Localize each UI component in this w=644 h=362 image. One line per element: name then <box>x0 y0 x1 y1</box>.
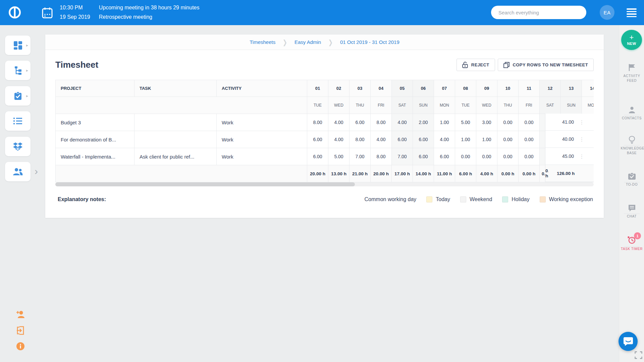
hours-cell[interactable]: 6.00 <box>392 131 413 148</box>
search-input[interactable] <box>491 6 586 19</box>
task-cell[interactable] <box>135 114 217 131</box>
activity-cell[interactable]: Work <box>217 131 307 148</box>
fullscreen-icon[interactable] <box>635 351 642 359</box>
expand-arrow-icon[interactable]: ▸ <box>26 94 28 98</box>
hours-cell[interactable]: 1.00 <box>476 131 497 148</box>
day-column-header: 07 <box>434 80 455 97</box>
hours-cell[interactable]: 0.00 <box>497 131 519 148</box>
unlock-icon <box>462 62 468 68</box>
hours-cell[interactable]: 4.00 <box>392 114 413 131</box>
hours-cell[interactable]: 1.00 <box>455 131 476 148</box>
hours-cell[interactable]: 0.00 <box>519 114 540 131</box>
hours-cell[interactable]: 6.00 <box>307 148 328 165</box>
sidebar-item-dropbox[interactable] <box>5 137 31 156</box>
hours-cell[interactable]: 0.00 <box>455 148 476 165</box>
hours-cell[interactable]: 6.00 <box>350 114 371 131</box>
row-menu-icon[interactable]: ⋮ <box>579 120 584 125</box>
hours-cell[interactable]: 0.00 <box>519 148 540 165</box>
hours-cell[interactable]: 8.00 <box>371 114 392 131</box>
activity-cell[interactable]: Work <box>217 148 307 165</box>
scrollbar-thumb[interactable] <box>55 182 355 186</box>
hours-cell[interactable]: 7.00 <box>350 148 371 165</box>
breadcrumb-link-timesheets[interactable]: Timesheets <box>250 39 275 45</box>
row-menu-icon[interactable]: ⋮ <box>579 137 584 142</box>
reject-button[interactable]: REJECT <box>457 59 495 71</box>
hours-cell[interactable]: 4.00 <box>371 131 392 148</box>
top-bar: 10:30 PM 19 Sep 2019 Upcoming meeting in… <box>0 0 644 25</box>
sidebar-item-users[interactable] <box>5 162 31 181</box>
day-name-header: THU <box>350 97 371 114</box>
hours-cell[interactable]: 1.00 <box>434 114 455 131</box>
hours-cell[interactable]: 5.00 <box>455 114 476 131</box>
hours-cell[interactable]: 4.00 <box>434 131 455 148</box>
sidebar-item-label: TASK TIMER <box>621 247 643 251</box>
logout-icon[interactable] <box>16 326 25 335</box>
sidebar-item-knowledge-base[interactable]: KNOWLEDGE BASE <box>619 136 644 156</box>
project-cell[interactable]: Budget 3 <box>56 114 135 131</box>
users-icon <box>13 168 23 176</box>
user-avatar[interactable]: EA <box>600 5 614 20</box>
chat-launcher-button[interactable] <box>619 332 638 351</box>
hours-cell[interactable]: 8.00 <box>371 148 392 165</box>
row-menu-icon[interactable]: ⋮ <box>579 154 584 159</box>
info-icon[interactable] <box>16 342 25 351</box>
breadcrumb-link-user[interactable]: Easy Admin <box>294 39 321 45</box>
row-total: 40.00⋮ <box>545 131 594 148</box>
expand-arrow-icon[interactable]: ▸ <box>26 68 28 73</box>
hours-cell[interactable]: 0.00 <box>519 131 540 148</box>
day-name-spacer <box>56 97 307 114</box>
sidebar-item-activity-feed[interactable]: ACTIVITY FEED <box>619 64 644 83</box>
hours-cell[interactable]: 6.00 <box>434 148 455 165</box>
task-cell[interactable]: Ask client for public ref... <box>135 148 217 165</box>
sidebar-item-task-timer[interactable]: 1 TASK TIMER <box>619 236 644 251</box>
hours-cell[interactable]: 6.00 <box>413 131 434 148</box>
hours-cell[interactable]: 3.00 <box>476 114 497 131</box>
column-header-project: PROJECT <box>56 80 135 97</box>
sidebar-expand-chevron-icon[interactable]: › <box>35 166 38 176</box>
sidebar-item-projects[interactable]: ▸ <box>5 61 31 80</box>
sidebar-item-tasks[interactable]: ▸ <box>5 86 31 106</box>
sidebar-item-chat[interactable]: CHAT <box>619 204 644 219</box>
legend-item: Common working day <box>365 196 417 202</box>
hours-cell[interactable]: 5.00 <box>328 148 350 165</box>
day-name-header: SAT <box>540 97 561 114</box>
hours-cell[interactable]: 7.00 <box>392 148 413 165</box>
activity-cell[interactable]: Work <box>217 114 307 131</box>
day-column-header: 05 <box>392 80 413 97</box>
timesheet-table: PROJECTTASKACTIVITY010203040506070809101… <box>55 80 594 186</box>
sidebar-item-list[interactable] <box>5 111 31 131</box>
breadcrumb-link-period[interactable]: 01 Oct 2019 - 31 Oct 2019 <box>340 39 399 45</box>
meeting-banner[interactable]: 10:30 PM 19 Sep 2019 Upcoming meeting in… <box>60 4 199 21</box>
sidebar-item-contacts[interactable]: CONTACTS <box>619 106 644 121</box>
hours-cell[interactable]: 4.00 <box>328 131 350 148</box>
copy-icon <box>503 62 509 68</box>
sidebar-item-label: ACTIVITY FEED <box>621 74 643 83</box>
hours-cell[interactable]: 0.00 <box>497 114 519 131</box>
hours-cell[interactable]: 6.00 <box>307 131 328 148</box>
sidebar-item-dashboard[interactable]: ▸ <box>5 36 31 55</box>
copy-rows-button[interactable]: COPY ROWS TO NEW TIMESHEET <box>498 59 594 71</box>
project-cell[interactable]: For demonstration of B... <box>56 131 135 148</box>
sidebar-item-todo[interactable]: TO-DO <box>619 173 644 187</box>
expand-arrow-icon[interactable]: ▸ <box>26 43 28 48</box>
hours-cell[interactable]: 4.00 <box>328 114 350 131</box>
menu-icon[interactable] <box>627 8 637 17</box>
hours-cell[interactable]: 2.00 <box>413 114 434 131</box>
app-logo-icon[interactable] <box>8 6 21 19</box>
clipped-day-total: 0.00 h <box>545 168 548 178</box>
new-button[interactable]: + NEW <box>621 30 642 50</box>
add-user-icon[interactable] <box>16 310 25 319</box>
task-cell[interactable] <box>135 131 217 148</box>
calendar-icon[interactable] <box>42 7 53 18</box>
hours-cell[interactable]: 6.00 <box>413 148 434 165</box>
timesheet-card: Timesheets ❯ Easy Admin ❯ 01 Oct 2019 - … <box>45 35 604 218</box>
sidebar-item-label: TO-DO <box>621 182 643 187</box>
hours-cell[interactable]: 8.00 <box>307 114 328 131</box>
table-horizontal-scrollbar[interactable] <box>55 182 594 186</box>
hours-cell[interactable]: 0.00 <box>497 148 519 165</box>
hours-cell[interactable]: 0.00 <box>476 148 497 165</box>
hours-cell[interactable]: 8.00 <box>350 131 371 148</box>
legend-label: Working exception <box>549 196 593 202</box>
day-name-header: MON <box>434 97 455 114</box>
project-cell[interactable]: Waterfall - Implementa... <box>56 148 135 165</box>
